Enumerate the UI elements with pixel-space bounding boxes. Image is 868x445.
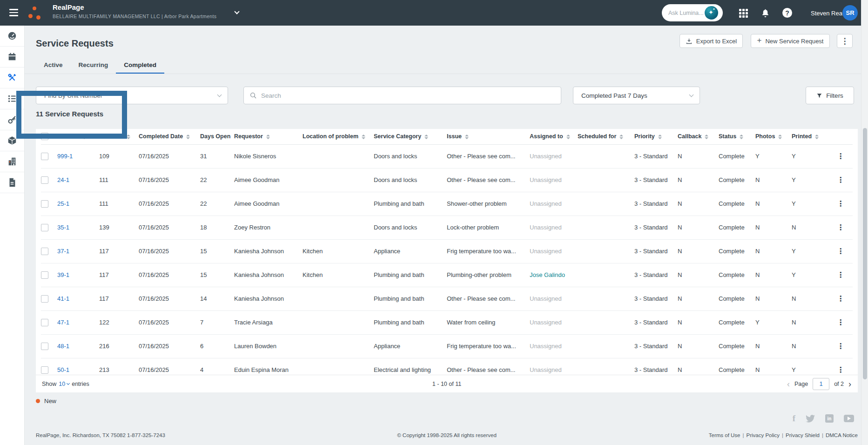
page-number-input[interactable]	[813, 378, 829, 390]
row-checkbox[interactable]	[41, 248, 48, 255]
scrollbar-thumb[interactable]	[863, 128, 867, 379]
sidebar-item-inventory[interactable]	[0, 130, 24, 151]
sort-icon[interactable]	[266, 135, 270, 140]
assigned-tech-link[interactable]: Jose Galindo	[530, 271, 565, 278]
col-header-service-category[interactable]: Service Category	[374, 129, 447, 144]
twitter-icon[interactable]	[806, 415, 815, 423]
page-actions-menu-button[interactable]: ⋮	[837, 34, 853, 48]
sort-icon[interactable]	[740, 135, 743, 140]
facebook-icon[interactable]: f	[793, 413, 795, 424]
col-header-priority[interactable]: Priority	[634, 129, 678, 144]
user-avatar[interactable]: SR	[842, 5, 858, 20]
row-actions-menu[interactable]: ⋮	[831, 144, 853, 168]
row-checkbox[interactable]	[41, 153, 48, 160]
next-page-icon[interactable]: ›	[848, 380, 851, 388]
property-selector-chevron-icon[interactable]	[234, 9, 239, 14]
row-actions-menu[interactable]: ⋮	[831, 310, 853, 334]
request-number-link[interactable]: 39-1	[57, 271, 69, 278]
request-number-link[interactable]: 24-1	[57, 176, 69, 183]
row-checkbox[interactable]	[41, 176, 48, 184]
col-header-callback[interactable]: Callback	[678, 129, 719, 144]
request-number-link[interactable]: 41-1	[57, 295, 69, 302]
sidebar-item-checklist[interactable]	[0, 88, 24, 109]
sidebar-item-maintenance[interactable]	[0, 67, 24, 88]
sidebar-item-calendar[interactable]	[0, 47, 24, 67]
row-actions-menu[interactable]: ⋮	[831, 334, 853, 358]
footer-link-privacy-shield[interactable]: Privacy Shield	[786, 432, 820, 438]
row-checkbox[interactable]	[41, 295, 48, 303]
col-header-location[interactable]: Location	[99, 129, 139, 144]
notifications-bell-icon[interactable]	[760, 8, 770, 18]
sort-icon[interactable]	[465, 135, 469, 140]
select-all-checkbox[interactable]	[41, 133, 48, 140]
row-checkbox[interactable]	[41, 200, 48, 208]
sort-icon[interactable]	[82, 135, 86, 140]
col-header-location-of-problem[interactable]: Location of problem	[303, 129, 374, 144]
sidebar-item-documents[interactable]	[0, 172, 24, 193]
row-actions-menu[interactable]: ⋮	[831, 168, 853, 192]
row-actions-menu[interactable]: ⋮	[831, 239, 853, 263]
date-range-dropdown[interactable]: Completed Past 7 Days	[573, 87, 700, 104]
row-checkbox[interactable]	[41, 319, 48, 326]
request-number-link[interactable]: 35-1	[57, 224, 69, 231]
help-icon[interactable]: ?	[782, 8, 792, 18]
sort-icon[interactable]	[566, 135, 570, 140]
col-header-completed-date[interactable]: Completed Date	[139, 129, 200, 144]
row-actions-menu[interactable]: ⋮	[831, 263, 853, 287]
row-actions-menu[interactable]: ⋮	[831, 287, 853, 310]
row-actions-menu[interactable]: ⋮	[831, 192, 853, 216]
col-header-status[interactable]: Status	[719, 129, 755, 144]
sidebar-item-property[interactable]	[0, 151, 24, 172]
tab-active[interactable]: Active	[36, 58, 71, 74]
sidebar-item-dashboard[interactable]	[0, 26, 24, 47]
col-header-printed[interactable]: Printed	[792, 129, 831, 144]
col-header-scheduled-for[interactable]: Scheduled for	[578, 129, 634, 144]
linkedin-icon[interactable]: in	[825, 414, 834, 423]
search-input[interactable]	[261, 92, 555, 99]
youtube-icon[interactable]	[844, 415, 854, 422]
col-header-photos[interactable]: Photos	[755, 129, 792, 144]
request-number-link[interactable]: 37-1	[57, 248, 69, 255]
request-number-link[interactable]: 48-1	[57, 343, 69, 350]
sort-icon[interactable]	[127, 135, 130, 140]
sidebar-item-keys[interactable]	[0, 109, 24, 130]
row-checkbox[interactable]	[41, 343, 48, 350]
row-checkbox[interactable]	[41, 271, 48, 279]
sort-icon[interactable]	[362, 135, 365, 140]
user-name[interactable]: Steven Rea	[811, 10, 842, 17]
tab-completed[interactable]: Completed	[116, 58, 164, 74]
col-header-issue[interactable]: Issue	[447, 129, 530, 144]
search-box[interactable]	[243, 87, 561, 104]
sort-icon[interactable]	[778, 135, 782, 140]
sort-icon[interactable]	[619, 135, 623, 140]
ask-lumina-input[interactable]	[668, 10, 705, 16]
row-actions-menu[interactable]: ⋮	[831, 216, 853, 239]
page-scrollbar[interactable]	[861, 0, 868, 445]
sort-icon[interactable]	[424, 135, 428, 140]
col-header-requestor[interactable]: Requestor	[234, 129, 303, 144]
new-service-request-button[interactable]: + New Service Request	[751, 34, 830, 48]
col-header-assigned-to[interactable]: Assigned to	[530, 129, 578, 144]
previous-page-icon[interactable]: ‹	[787, 380, 790, 388]
filters-button[interactable]: Filters	[806, 87, 854, 104]
footer-link-privacy-policy[interactable]: Privacy Policy	[747, 432, 780, 438]
export-to-excel-button[interactable]: Export to Excel	[680, 34, 743, 48]
tab-recurring[interactable]: Recurring	[71, 58, 116, 74]
row-actions-menu[interactable]: ⋮	[831, 358, 853, 375]
lumina-ai-icon[interactable]: ✦✦	[705, 6, 718, 20]
sort-icon[interactable]	[186, 135, 190, 140]
footer-link-dmca-notice[interactable]: DMCA Notice	[826, 432, 858, 438]
request-number-link[interactable]: 25-1	[57, 200, 69, 207]
request-number-link[interactable]: 999-1	[57, 153, 73, 160]
sort-icon[interactable]	[658, 135, 662, 140]
row-checkbox[interactable]	[41, 224, 48, 231]
hamburger-menu-icon[interactable]	[9, 9, 18, 16]
col-header-number[interactable]: Number	[57, 129, 99, 144]
request-number-link[interactable]: 47-1	[57, 319, 69, 326]
find-by-unit-dropdown[interactable]: Find By Unit Number	[36, 87, 228, 104]
footer-link-terms-of-use[interactable]: Terms of Use	[709, 432, 740, 438]
apps-grid-icon[interactable]	[739, 9, 748, 18]
request-number-link[interactable]: 50-1	[57, 366, 69, 373]
sort-icon[interactable]	[815, 135, 819, 140]
ask-lumina-search[interactable]: ✦✦	[662, 4, 723, 21]
